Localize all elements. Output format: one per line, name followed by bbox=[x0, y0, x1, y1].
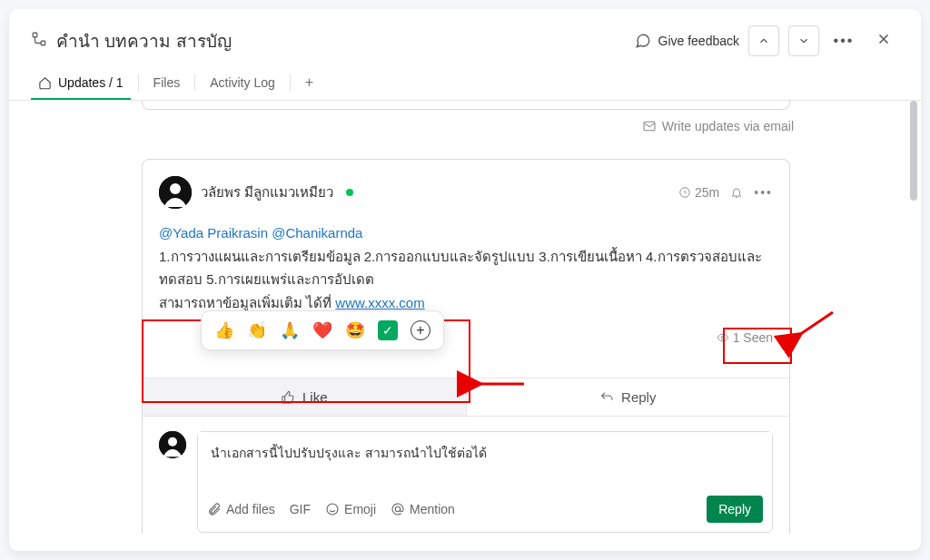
submit-reply-button[interactable]: Reply bbox=[707, 496, 763, 523]
previous-card-edge bbox=[142, 101, 790, 110]
home-icon bbox=[38, 76, 52, 90]
seen-count[interactable]: 1 Seen bbox=[717, 330, 773, 345]
mention-button[interactable]: Mention bbox=[391, 502, 455, 516]
online-indicator-icon bbox=[346, 189, 353, 196]
reply-button[interactable]: Reply bbox=[467, 378, 790, 416]
tab-activity-log[interactable]: Activity Log bbox=[197, 66, 288, 99]
emoji-starstruck[interactable]: 🤩 bbox=[345, 320, 365, 340]
mail-icon bbox=[642, 119, 657, 133]
external-link[interactable]: www.xxxx.com bbox=[335, 295, 424, 310]
more-options-button[interactable]: ••• bbox=[828, 25, 859, 56]
emoji-pray[interactable]: 🙏 bbox=[280, 320, 300, 340]
gif-button[interactable]: GIF bbox=[290, 502, 311, 516]
update-post-card: วลัยพร มีลูกแมวเหมียว 25m ••• @Yada Prai… bbox=[142, 159, 790, 534]
add-tab-button[interactable]: + bbox=[292, 65, 326, 100]
reaction-popover: 👍 👏 🙏 ❤️ 🤩 ✓ + bbox=[201, 310, 444, 350]
reply-input[interactable] bbox=[198, 432, 772, 485]
annotation-arrow-seen bbox=[792, 308, 837, 348]
scrollbar-thumb[interactable] bbox=[910, 101, 917, 201]
add-reaction-button[interactable]: + bbox=[411, 320, 430, 340]
hierarchy-icon bbox=[31, 31, 47, 51]
paperclip-icon bbox=[207, 502, 222, 516]
nav-next-button[interactable] bbox=[788, 25, 819, 56]
emoji-heart[interactable]: ❤️ bbox=[312, 320, 332, 340]
person-icon bbox=[159, 428, 186, 461]
scrollbar[interactable] bbox=[910, 101, 917, 534]
svg-point-9 bbox=[327, 504, 338, 515]
like-button[interactable]: Like bbox=[143, 378, 466, 416]
author-avatar[interactable] bbox=[159, 176, 192, 209]
bell-icon bbox=[730, 186, 743, 199]
close-button[interactable] bbox=[868, 27, 899, 55]
clock-icon bbox=[678, 186, 691, 199]
person-icon bbox=[159, 176, 192, 209]
svg-rect-1 bbox=[41, 41, 45, 45]
emoji-button[interactable]: Emoji bbox=[325, 502, 376, 516]
svg-point-6 bbox=[721, 336, 725, 339]
emoji-check[interactable]: ✓ bbox=[378, 320, 398, 340]
current-user-avatar bbox=[159, 431, 186, 458]
content-area: Write updates via email วลัยพร มีลูกแมวเ… bbox=[9, 101, 921, 534]
give-feedback-button[interactable]: Give feedback bbox=[635, 33, 740, 49]
tab-files[interactable]: Files bbox=[141, 66, 193, 99]
thumbsup-icon bbox=[281, 390, 295, 405]
dots-icon: ••• bbox=[834, 33, 855, 49]
svg-rect-0 bbox=[33, 33, 37, 37]
reply-icon bbox=[599, 390, 614, 405]
svg-line-12 bbox=[799, 312, 833, 335]
smile-icon bbox=[325, 502, 340, 516]
add-files-button[interactable]: Add files bbox=[207, 502, 275, 516]
reply-compose: Add files GIF Emoji Mention bbox=[143, 417, 789, 534]
at-icon bbox=[391, 502, 405, 516]
post-text: 1.การวางแผนและการเตรียมข้อมูล 2.การออกแบ… bbox=[159, 245, 773, 291]
write-via-email-link[interactable]: Write updates via email bbox=[9, 110, 921, 133]
chevron-down-icon bbox=[797, 34, 810, 47]
post-timestamp: 25m bbox=[678, 185, 719, 200]
mention-link[interactable]: @Yada Praikrasin @Chanikarnda bbox=[159, 225, 362, 241]
svg-point-10 bbox=[395, 506, 400, 511]
close-icon bbox=[876, 31, 892, 47]
nav-prev-button[interactable] bbox=[748, 25, 779, 56]
speech-bubble-icon bbox=[635, 33, 651, 49]
chevron-up-icon bbox=[757, 34, 770, 47]
author-name[interactable]: วลัยพร มีลูกแมวเหมียว bbox=[201, 182, 333, 203]
page-title: คำนำ บทความ สารบัญ bbox=[56, 27, 232, 54]
tab-bar: Updates / 1 Files Activity Log + bbox=[9, 65, 921, 101]
svg-rect-2 bbox=[644, 122, 655, 130]
emoji-thumbsup[interactable]: 👍 bbox=[214, 320, 234, 340]
notification-toggle[interactable] bbox=[730, 186, 743, 199]
svg-point-4 bbox=[170, 183, 181, 194]
emoji-clap[interactable]: 👏 bbox=[247, 320, 267, 340]
svg-point-8 bbox=[168, 437, 177, 447]
tab-updates[interactable]: Updates / 1 bbox=[25, 66, 136, 99]
eye-icon bbox=[717, 331, 729, 344]
post-more-text: สามารถหาข้อมูลเพิ่มเติม ได้ที่ bbox=[159, 295, 335, 310]
modal-header: คำนำ บทความ สารบัญ Give feedback ••• bbox=[9, 9, 921, 65]
post-menu-button[interactable]: ••• bbox=[754, 185, 773, 200]
